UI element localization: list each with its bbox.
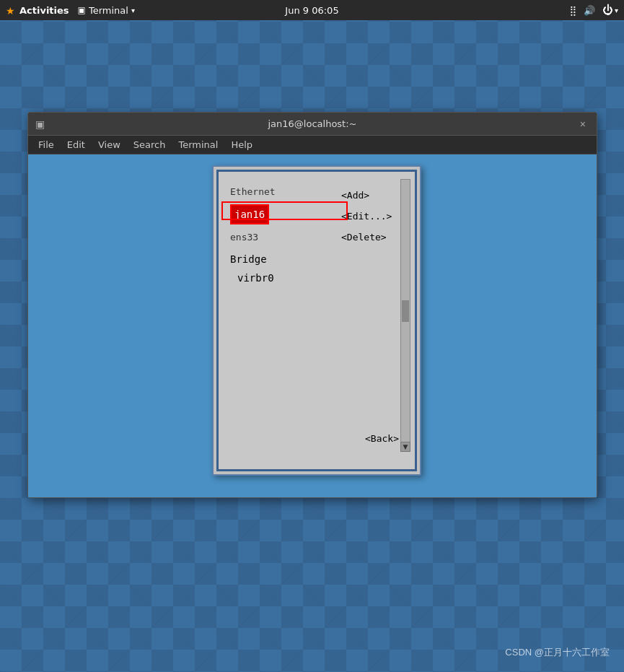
scrollbar-thumb[interactable] [402, 300, 409, 322]
jan16-selected-label: jan16 [230, 204, 269, 224]
bridge-label: Bridge [230, 253, 267, 265]
terminal-menu-button[interactable]: ▣ Terminal ▾ [78, 5, 135, 16]
conn-bridge[interactable]: Bridge [227, 250, 412, 269]
conn-virbr0[interactable]: virbr0 [227, 269, 412, 287]
network-icon[interactable]: ⣿ [569, 5, 576, 16]
menu-terminal[interactable]: Terminal [172, 138, 224, 152]
activities-button[interactable]: ★ Activities [6, 5, 69, 16]
back-button[interactable]: <Back> [365, 433, 399, 444]
ens33-label: ens33 [230, 232, 258, 243]
terminal-window: ▣ jan16@localhost:~ × File Edit View Sea… [27, 112, 597, 498]
activities-icon: ★ [6, 5, 16, 15]
watermark-text: CSDN @正月十六工作室 [505, 647, 610, 658]
nmtui-inner: Ethernet jan16 ens33 [216, 170, 417, 471]
terminal-title-text: jan16@localhost:~ [268, 118, 357, 129]
menu-view[interactable]: View [92, 138, 126, 152]
terminal-icon: ▣ [78, 5, 86, 15]
terminal-content: Ethernet jan16 ens33 [28, 154, 597, 497]
delete-button[interactable]: <Delete> [341, 232, 392, 243]
terminal-menubar: File Edit View Search Terminal Help [28, 136, 597, 154]
volume-icon[interactable]: 🔊 [584, 5, 595, 16]
terminal-menu-arrow: ▾ [131, 6, 135, 14]
scroll-down-arrow[interactable]: ▼ [400, 442, 410, 452]
menu-search[interactable]: Search [128, 138, 172, 152]
menu-edit[interactable]: Edit [61, 138, 91, 152]
topbar-datetime: Jun 9 06:05 [285, 5, 338, 16]
activities-label: Activities [19, 5, 69, 16]
terminal-close-button[interactable]: × [576, 117, 589, 131]
add-button[interactable]: <Add> [341, 190, 392, 201]
scrollbar-track [400, 179, 410, 448]
terminal-menu-label: Terminal [89, 5, 128, 16]
edit-button[interactable]: <Edit...> [341, 211, 392, 222]
topbar: ★ Activities ▣ Terminal ▾ Jun 9 06:05 ⣿ … [0, 0, 624, 20]
virbr0-label: virbr0 [237, 272, 274, 284]
menu-file[interactable]: File [32, 138, 60, 152]
watermark: CSDN @正月十六工作室 [505, 646, 610, 659]
terminal-title-icon: ▣ [35, 118, 45, 130]
menu-help[interactable]: Help [225, 138, 258, 152]
action-buttons: <Add> <Edit...> <Delete> [341, 190, 392, 243]
ethernet-label: Ethernet [230, 186, 276, 197]
terminal-titlebar: ▣ jan16@localhost:~ × [28, 113, 597, 136]
power-icon[interactable]: ⏻▾ [602, 4, 618, 17]
connection-list-area: Ethernet jan16 ens33 [219, 172, 415, 469]
nmtui-dialog: Ethernet jan16 ens33 [212, 165, 421, 476]
